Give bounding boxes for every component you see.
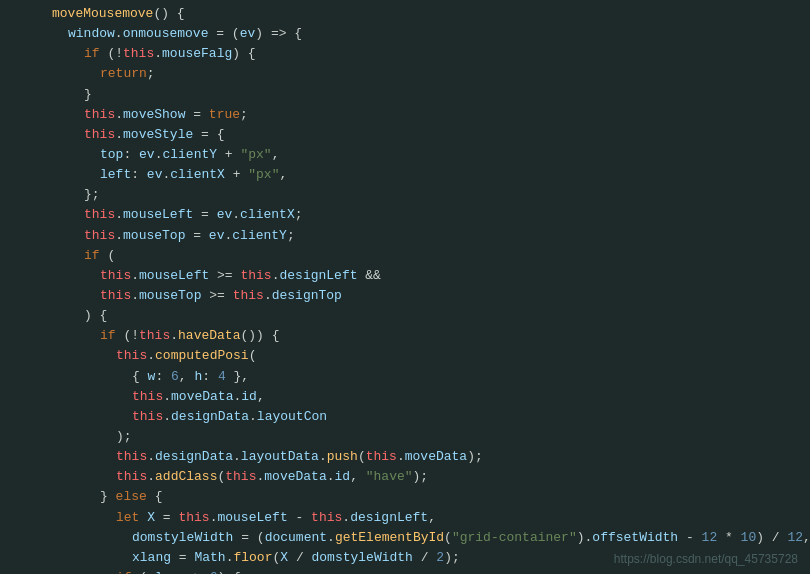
- this-token: this: [139, 326, 170, 346]
- str-token: "grid-container": [452, 528, 577, 548]
- code-line: if (: [0, 246, 810, 266]
- prop-token: clientX: [240, 205, 295, 225]
- this-token: this: [123, 44, 154, 64]
- prop-token: moveStyle: [123, 125, 193, 145]
- prop-token: moveData: [171, 387, 233, 407]
- this-token: this: [240, 266, 271, 286]
- plain-token: &&: [358, 266, 381, 286]
- method-token: computedPosi: [155, 346, 249, 366]
- code-line: if (xlang > 6) {: [0, 568, 810, 574]
- code-line: this.computedPosi(: [0, 346, 810, 366]
- plain-token: = (: [208, 24, 239, 44]
- code-line: };: [0, 185, 810, 205]
- plain-token: );: [413, 467, 429, 487]
- plain-token: .: [115, 24, 123, 44]
- plain-token: {: [147, 487, 163, 507]
- num-token: 4: [218, 367, 226, 387]
- plain-token: );: [116, 427, 132, 447]
- plain-token: .: [319, 447, 327, 467]
- var-token: domstyleWidth: [132, 528, 233, 548]
- plain-token: (: [217, 467, 225, 487]
- plain-token: .: [249, 407, 257, 427]
- plain-token: ).: [577, 528, 593, 548]
- kw-token: if: [84, 44, 100, 64]
- kw-token: else: [116, 487, 147, 507]
- plain-token: >=: [209, 266, 240, 286]
- plain-token: }: [84, 85, 92, 105]
- prop-token: layoutCon: [257, 407, 327, 427]
- this-token: this: [233, 286, 264, 306]
- kw-token: let: [116, 508, 139, 528]
- code-line: if (!this.haveData()) {: [0, 326, 810, 346]
- code-line: } else {: [0, 487, 810, 507]
- plain-token: .: [131, 286, 139, 306]
- code-line: this.designData.layoutCon: [0, 407, 810, 427]
- plain-token: .: [115, 105, 123, 125]
- prop-token: designLeft: [280, 266, 358, 286]
- plain-token: .: [147, 447, 155, 467]
- plain-token: {: [132, 367, 148, 387]
- prop-token: designLeft: [350, 508, 428, 528]
- this-token: this: [178, 508, 209, 528]
- num-token: 12: [787, 528, 803, 548]
- kw-token: return: [100, 64, 147, 84]
- prop-token: h: [194, 367, 202, 387]
- prop-token: clientX: [170, 165, 225, 185]
- this-token: this: [116, 467, 147, 487]
- plain-token: ()) {: [240, 326, 279, 346]
- code-line: this.designData.layoutData.push(this.mov…: [0, 447, 810, 467]
- code-line: this.mouseLeft = ev.clientX;: [0, 205, 810, 225]
- plain-token: .: [147, 346, 155, 366]
- kw-token: if: [100, 326, 116, 346]
- prop-token: clientY: [232, 226, 287, 246]
- num-token: 12: [702, 528, 718, 548]
- this-token: this: [366, 447, 397, 467]
- plain-token: .: [154, 44, 162, 64]
- plain-token: },: [226, 367, 249, 387]
- prop-token: mouseLeft: [123, 205, 193, 225]
- plain-token: ;: [147, 64, 155, 84]
- plain-token: );: [444, 548, 460, 568]
- plain-token: };: [84, 185, 100, 205]
- prop-token: moveShow: [123, 105, 185, 125]
- var-token: xlang: [132, 548, 171, 568]
- plain-token: =: [171, 548, 194, 568]
- prop-token: layoutData: [241, 447, 319, 467]
- plain-token: .: [342, 508, 350, 528]
- code-line: this.moveStyle = {: [0, 125, 810, 145]
- this-token: this: [225, 467, 256, 487]
- plain-token: >=: [201, 286, 232, 306]
- plain-token: .: [233, 387, 241, 407]
- plain-token: ,: [350, 467, 366, 487]
- plain-token: .: [226, 548, 234, 568]
- prop-token: w: [148, 367, 156, 387]
- code-line: return;: [0, 64, 810, 84]
- plain-token: .: [272, 266, 280, 286]
- this-token: this: [311, 508, 342, 528]
- code-line: left: ev.clientX + "px",: [0, 165, 810, 185]
- plain-token: ,: [428, 508, 436, 528]
- plain-token: = {: [193, 125, 224, 145]
- plain-token: ;: [240, 105, 248, 125]
- var-token: window: [68, 24, 115, 44]
- code-line: );: [0, 427, 810, 447]
- plain-token: ) {: [232, 44, 255, 64]
- plain-token: .: [397, 447, 405, 467]
- plain-token: *: [717, 528, 740, 548]
- num-token: 6: [171, 367, 179, 387]
- plain-token: .: [327, 467, 335, 487]
- method-token: push: [327, 447, 358, 467]
- method-token: addClass: [155, 467, 217, 487]
- plain-token: :: [123, 145, 139, 165]
- plain-token: .: [115, 125, 123, 145]
- ev-token: ev: [139, 145, 155, 165]
- this-token: this: [100, 266, 131, 286]
- plain-token: .: [131, 266, 139, 286]
- plain-token: ,: [179, 367, 195, 387]
- plain-token: ;: [295, 205, 303, 225]
- plain-token: .: [264, 286, 272, 306]
- plain-token: ,: [803, 528, 810, 548]
- plain-token: (: [100, 246, 116, 266]
- plain-token: ) {: [84, 306, 107, 326]
- plain-token: +: [225, 165, 248, 185]
